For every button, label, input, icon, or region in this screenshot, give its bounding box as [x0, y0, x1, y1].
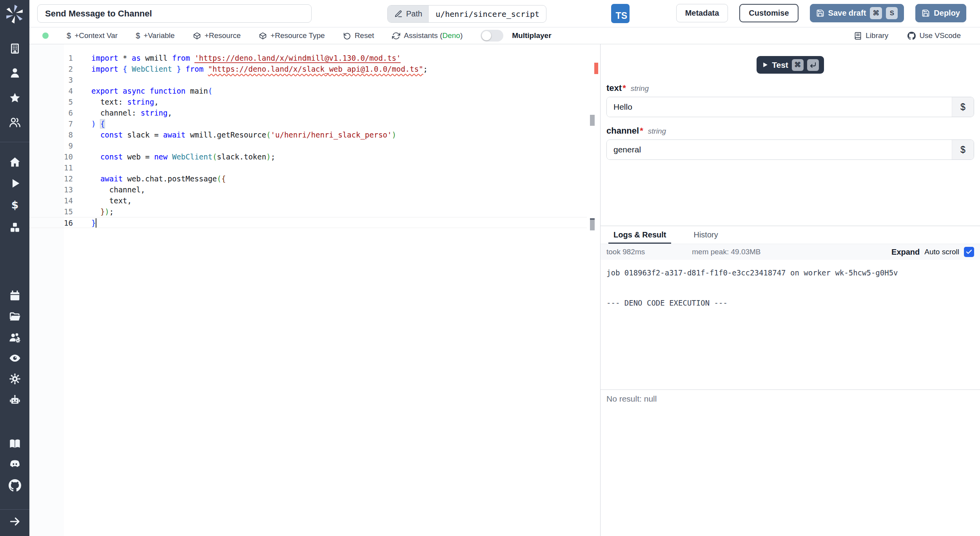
code-line[interactable]: 1import * as wmill from 'https://deno.la… [29, 53, 587, 63]
scrollbar-marker[interactable] [590, 115, 595, 126]
sidebar-divider [0, 509, 29, 510]
sidebar-folder-icon[interactable] [7, 310, 22, 324]
sidebar-robot-icon[interactable] [7, 393, 22, 407]
run-panel: Test ⌘ text * string $ channel * string [600, 44, 980, 536]
deploy-button[interactable]: Deploy [915, 4, 966, 22]
sidebar-home-icon[interactable] [7, 155, 22, 170]
sidebar-gear-icon[interactable] [7, 371, 22, 386]
library-button[interactable]: Library [854, 31, 888, 40]
code-line[interactable]: 7) { [29, 118, 587, 129]
path-label: Path [406, 9, 422, 18]
line-number: 4 [29, 85, 73, 96]
sidebar-cubes-icon[interactable] [7, 220, 22, 235]
line-number: 14 [29, 195, 73, 206]
add-variable-button[interactable]: $+Variable [136, 31, 175, 40]
svg-text:$: $ [11, 199, 18, 211]
pencil-icon [394, 10, 403, 18]
sidebar-eye-icon[interactable] [7, 351, 22, 366]
insert-variable-button[interactable]: $ [952, 97, 974, 117]
required-asterisk: * [640, 126, 643, 136]
toolbar-icon [193, 32, 201, 40]
code-line[interactable]: 8 const slack = await wmill.getResource(… [29, 129, 587, 140]
sidebar-building-icon[interactable] [7, 41, 22, 56]
sidebar-user-icon[interactable] [7, 65, 22, 80]
test-button[interactable]: Test ⌘ [757, 56, 824, 74]
code-editor[interactable]: 1import * as wmill from 'https://deno.la… [29, 44, 600, 536]
path-value[interactable]: u/henri/sincere_script [429, 5, 546, 22]
kbd-cmd: ⌘ [792, 59, 804, 71]
line-number: 9 [29, 140, 73, 151]
sidebar-dollar-icon[interactable]: $ [7, 198, 22, 213]
sidebar-discord-icon[interactable] [7, 457, 22, 472]
save-draft-label: Save draft [828, 9, 866, 18]
line-number: 13 [29, 184, 73, 195]
result-text: No result: null [606, 394, 657, 404]
code-line[interactable]: 5 text: string, [29, 96, 587, 107]
line-number: 10 [29, 151, 73, 162]
line-number: 11 [29, 162, 73, 173]
reset-button[interactable]: Reset [343, 31, 374, 40]
scrollbar-marker[interactable] [590, 220, 595, 230]
code-line[interactable]: 11 [29, 162, 587, 173]
arg-name: text [606, 83, 622, 93]
windmill-logo-icon[interactable] [5, 4, 24, 24]
autoscroll-label: Auto scroll [924, 248, 959, 256]
add-resource-type-button[interactable]: +Resource Type [259, 31, 325, 40]
code-line[interactable]: 9 [29, 140, 587, 151]
code-line[interactable]: 15 }); [29, 206, 587, 217]
code-line[interactable]: 14 text, [29, 195, 587, 206]
tab-logs-result[interactable]: Logs & Result [608, 226, 671, 244]
code-line[interactable]: 12 await web.chat.postMessage({ [29, 173, 587, 184]
expand-sidebar-arrow-icon[interactable] [7, 514, 22, 529]
code-line[interactable]: 13 channel, [29, 184, 587, 195]
insert-variable-button[interactable]: $ [952, 140, 974, 159]
code-line[interactable]: 3 [29, 74, 587, 85]
app-sidebar: $ [0, 0, 29, 536]
path-widget[interactable]: Path u/henri/sincere_script [387, 5, 546, 23]
sidebar-calendar-icon[interactable] [7, 288, 22, 303]
assistants-button[interactable]: Assistants (Deno) [392, 31, 463, 40]
edit-path-button[interactable]: Path [388, 5, 429, 22]
sidebar-book-icon[interactable] [7, 436, 22, 451]
code-line[interactable]: 10 const web = new WebClient(slack.token… [29, 151, 587, 162]
code-line[interactable]: 4export async function main( [29, 85, 587, 96]
script-title-input[interactable] [37, 4, 312, 23]
line-number: 5 [29, 96, 73, 107]
kbd-s: S [886, 7, 898, 19]
arg-input-row: $ [606, 97, 974, 117]
metadata-button[interactable]: Metadata [676, 4, 728, 22]
error-marker [594, 63, 598, 74]
refresh-icon [392, 32, 400, 40]
sidebar-users-icon[interactable] [7, 115, 22, 130]
line-number: 12 [29, 173, 73, 184]
add-context-var-button[interactable]: $+Context Var [67, 31, 118, 40]
code-line[interactable]: 2import { WebClient } from "https://deno… [29, 63, 587, 74]
test-label: Test [772, 60, 788, 70]
code-line[interactable]: 16} [29, 217, 587, 228]
code-line[interactable]: 6 channel: string, [29, 107, 587, 118]
dollar-icon: $ [67, 31, 71, 40]
expand-logs-button[interactable]: Expand [891, 248, 920, 257]
save-draft-button[interactable]: Save draft ⌘ S [810, 4, 904, 22]
sidebar-play-icon[interactable] [7, 176, 22, 191]
deploy-label: Deploy [934, 9, 960, 18]
sidebar-star-icon[interactable] [7, 91, 22, 105]
arg-type: string [648, 127, 666, 136]
check-icon [965, 248, 973, 255]
line-number: 6 [29, 107, 73, 118]
line-number: 7 [29, 118, 73, 129]
save-icon [922, 9, 930, 17]
sidebar-github-icon[interactable] [7, 478, 22, 493]
multiplayer-toggle[interactable] [481, 30, 503, 42]
autoscroll-checkbox[interactable] [964, 247, 974, 257]
customise-button[interactable]: Customise [739, 4, 798, 22]
use-vscode-button[interactable]: Use VScode [907, 31, 961, 40]
text-field[interactable] [607, 97, 952, 117]
sidebar-users-gear-icon[interactable] [7, 330, 22, 345]
arg-label-row: text * string [606, 83, 974, 93]
result-divider [601, 389, 980, 390]
channel-field[interactable] [607, 140, 952, 159]
tab-history[interactable]: History [688, 226, 723, 244]
add-resource-button[interactable]: +Resource [193, 31, 241, 40]
kbd-cmd: ⌘ [870, 7, 882, 19]
